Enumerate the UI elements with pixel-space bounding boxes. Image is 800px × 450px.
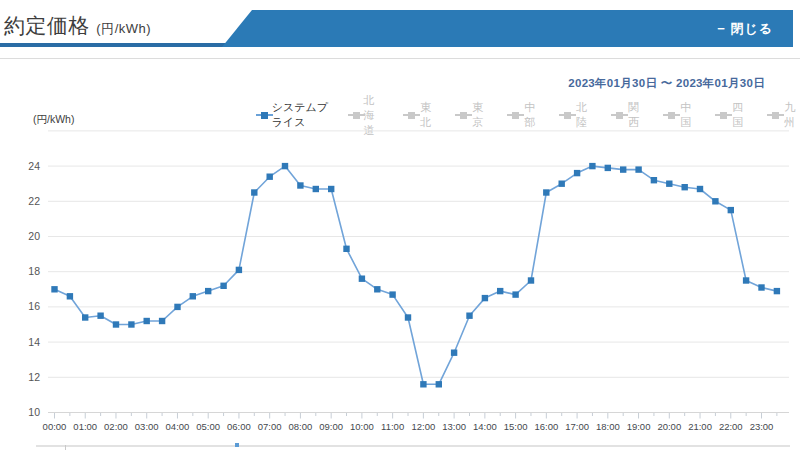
legend-series-marker-icon <box>663 111 675 120</box>
next-section-marker <box>235 443 239 447</box>
page-header: 約定価格 (円/kWh) − 閉じる <box>0 0 800 59</box>
page-title-text: 約定価格 <box>4 14 90 37</box>
data-point-marker[interactable] <box>67 293 73 299</box>
data-point-marker[interactable] <box>743 277 749 283</box>
data-point-marker[interactable] <box>666 181 672 187</box>
x-axis-tick-label: 05:00 <box>196 421 220 432</box>
data-point-marker[interactable] <box>512 291 518 297</box>
data-point-marker[interactable] <box>159 318 165 324</box>
data-point-marker[interactable] <box>359 276 365 282</box>
data-point-marker[interactable] <box>774 288 780 294</box>
data-point-marker[interactable] <box>758 284 764 290</box>
y-axis-tick-label: 18 <box>28 265 40 277</box>
page-title-unit: (円/kWh) <box>96 21 151 36</box>
x-axis-tick-label: 23:00 <box>750 421 774 432</box>
data-point-marker[interactable] <box>574 170 580 176</box>
x-axis-tick-label: 11:00 <box>381 421 404 432</box>
jepx-price-page: 約定価格 (円/kWh) − 閉じる 2023年01月30日 〜 2023年01… <box>0 0 800 450</box>
data-point-marker[interactable] <box>528 277 534 283</box>
data-point-marker[interactable] <box>420 381 426 387</box>
data-point-marker[interactable] <box>343 246 349 252</box>
data-point-marker[interactable] <box>405 314 411 320</box>
legend-series-marker-icon <box>559 111 571 120</box>
x-axis-tick-label: 08:00 <box>289 421 313 432</box>
data-point-marker[interactable] <box>282 163 288 169</box>
data-point-marker[interactable] <box>190 293 196 299</box>
data-point-marker[interactable] <box>712 198 718 204</box>
x-axis-tick-label: 00:00 <box>43 421 67 432</box>
data-point-marker[interactable] <box>374 286 380 292</box>
data-point-marker[interactable] <box>605 165 611 171</box>
x-axis-tick-label: 16:00 <box>534 421 558 432</box>
x-axis-tick-label: 22:00 <box>719 421 743 432</box>
date-range-label: 2023年01月30日 〜 2023年01月30日 <box>0 76 765 91</box>
data-point-marker[interactable] <box>635 166 641 172</box>
legend-series-marker-icon <box>256 111 267 120</box>
data-point-marker[interactable] <box>728 207 734 213</box>
data-point-marker[interactable] <box>482 295 488 301</box>
data-point-marker[interactable] <box>220 283 226 289</box>
data-point-marker[interactable] <box>51 286 57 292</box>
data-point-marker[interactable] <box>620 166 626 172</box>
title-underline <box>0 43 228 47</box>
x-axis-tick-label: 15:00 <box>504 421 528 432</box>
data-point-marker[interactable] <box>174 304 180 310</box>
header-banner <box>222 10 793 47</box>
data-point-marker[interactable] <box>451 350 457 356</box>
data-point-marker[interactable] <box>205 288 211 294</box>
data-point-marker[interactable] <box>82 314 88 320</box>
x-axis-tick-label: 12:00 <box>411 421 435 432</box>
legend-series-marker-icon <box>455 111 467 120</box>
data-point-marker[interactable] <box>543 189 549 195</box>
legend-series-marker-icon <box>715 111 727 120</box>
data-point-marker[interactable] <box>267 174 273 180</box>
data-point-marker[interactable] <box>236 267 242 273</box>
x-axis-tick-label: 18:00 <box>596 421 620 432</box>
series-line-システムプライス <box>55 166 777 384</box>
data-point-marker[interactable] <box>113 321 119 327</box>
x-axis-tick-label: 10:00 <box>350 421 374 432</box>
data-point-marker[interactable] <box>389 291 395 297</box>
y-axis-tick-label: 12 <box>28 371 40 383</box>
legend-series-marker-icon <box>507 111 519 120</box>
legend-series-marker-icon <box>403 111 415 120</box>
data-point-marker[interactable] <box>251 189 257 195</box>
next-section-edge <box>36 445 790 447</box>
data-point-marker[interactable] <box>97 313 103 319</box>
x-axis-tick-label: 21:00 <box>688 421 712 432</box>
legend-series-marker-icon <box>348 111 359 120</box>
y-axis-tick-label: 16 <box>28 300 40 312</box>
y-axis-tick-label: 24 <box>28 160 40 172</box>
data-point-marker[interactable] <box>497 288 503 294</box>
data-point-marker[interactable] <box>697 186 703 192</box>
x-axis-tick-label: 17:00 <box>565 421 589 432</box>
x-axis-tick-label: 06:00 <box>227 421 251 432</box>
chart-canvas: 101214161820222400:0001:0002:0003:0004:0… <box>0 125 800 445</box>
x-axis-tick-label: 19:00 <box>627 421 651 432</box>
y-axis-tick-label: 22 <box>28 195 40 207</box>
x-axis-tick-label: 04:00 <box>166 421 190 432</box>
data-point-marker[interactable] <box>144 318 150 324</box>
data-point-marker[interactable] <box>436 381 442 387</box>
data-point-marker[interactable] <box>313 186 319 192</box>
data-point-marker[interactable] <box>559 181 565 187</box>
legend-series-marker-icon <box>767 111 779 120</box>
data-point-marker[interactable] <box>328 186 334 192</box>
data-point-marker[interactable] <box>651 177 657 183</box>
close-button[interactable]: − 閉じる <box>717 20 773 38</box>
data-point-marker[interactable] <box>589 163 595 169</box>
data-point-marker[interactable] <box>682 184 688 190</box>
x-axis-tick-label: 14:00 <box>473 421 497 432</box>
chart-legend: システムプライス北海道東北東京中部北陸関西中国四国九州 <box>256 106 800 124</box>
x-axis-tick-label: 09:00 <box>319 421 343 432</box>
y-axis-tick-label: 10 <box>28 406 40 418</box>
next-section-tick <box>65 445 66 450</box>
x-axis-tick-label: 13:00 <box>442 421 466 432</box>
x-axis-tick-label: 03:00 <box>135 421 159 432</box>
data-point-marker[interactable] <box>466 313 472 319</box>
page-title: 約定価格 (円/kWh) <box>4 12 151 40</box>
data-point-marker[interactable] <box>297 182 303 188</box>
y-axis-tick-label: 14 <box>28 336 40 348</box>
data-point-marker[interactable] <box>128 321 134 327</box>
x-axis-tick-label: 20:00 <box>657 421 681 432</box>
